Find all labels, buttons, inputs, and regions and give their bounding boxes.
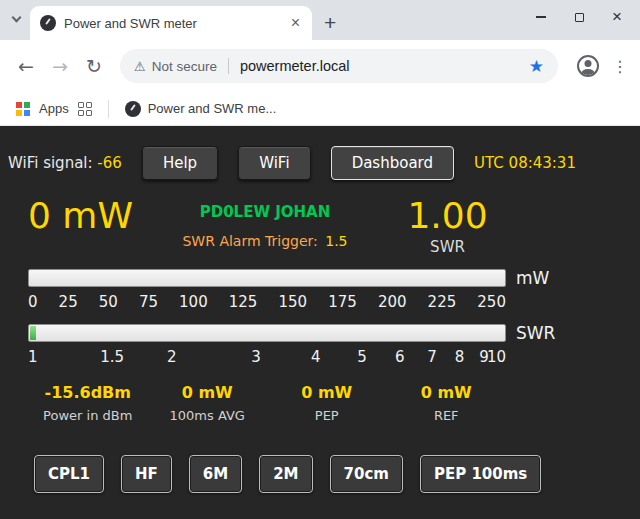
wifi-signal-label: WiFi signal:: [8, 154, 93, 172]
swr-value-large: 1.00: [365, 198, 530, 234]
forward-icon[interactable]: →: [44, 55, 76, 77]
scale-label: 175: [328, 293, 357, 311]
tab-title: Power and SWR meter: [64, 16, 281, 31]
scale-label: 1: [28, 348, 38, 366]
address-bar[interactable]: ⚠ Not secure powermeter.local ★: [120, 49, 558, 83]
help-button[interactable]: Help: [142, 146, 218, 180]
readout-label: 100ms AVG: [148, 408, 268, 423]
scale-label: 7: [427, 348, 437, 366]
menu-dots-icon[interactable]: ⋮: [610, 57, 630, 76]
security-label[interactable]: Not secure: [152, 59, 217, 74]
apps-grid-icon[interactable]: [16, 102, 30, 116]
apps-label[interactable]: Apps: [39, 101, 69, 116]
swr-meter-label: SWR: [516, 323, 555, 343]
mw-meter-label: mW: [516, 268, 549, 288]
bookmarks-divider: [108, 100, 109, 118]
swr-caption: SWR: [365, 238, 530, 256]
wifi-signal-value: -66: [97, 154, 122, 172]
main-readout-row: 0 mW PD0LEW JOHAN SWR Alarm Trigger: 1.5…: [28, 198, 640, 256]
bookmark-item[interactable]: Power and SWR me...: [125, 101, 277, 117]
omnibox-divider: [228, 58, 229, 74]
maximize-icon: [575, 13, 584, 22]
readout-label: Power in dBm: [28, 408, 148, 423]
scale-label: 100: [179, 293, 208, 311]
squares-grid-icon[interactable]: [78, 102, 92, 116]
coupler-button-pep100ms[interactable]: PEP 100ms: [420, 455, 541, 493]
scale-label: 10: [487, 348, 506, 366]
scale-label: 4: [311, 348, 321, 366]
scale-label: 200: [378, 293, 407, 311]
readout-value: 0 mW: [387, 383, 507, 402]
coupler-button-hf[interactable]: HF: [121, 455, 172, 493]
readouts-row: -15.6dBm Power in dBm 0 mW 100ms AVG 0 m…: [28, 383, 506, 423]
browser-toolbar: ← → ↻ ⚠ Not secure powermeter.local ★ ⋮: [0, 40, 640, 92]
site-favicon-icon: [40, 15, 56, 31]
minimize-button[interactable]: [522, 0, 560, 34]
callsign: PD0LEW JOHAN: [165, 203, 365, 221]
window-menu-button[interactable]: [8, 12, 24, 26]
readout-dbm: -15.6dBm Power in dBm: [28, 383, 148, 423]
scale-label: 3: [251, 348, 261, 366]
top-controls-row: WiFi signal: -66 Help WiFi Dashboard UTC…: [8, 146, 576, 180]
utc-clock: UTC 08:43:31: [474, 154, 576, 172]
window-controls: ×: [522, 0, 636, 34]
readout-pep: 0 mW PEP: [267, 383, 387, 423]
bookmarks-bar: Apps Power and SWR me...: [0, 92, 640, 126]
reload-icon[interactable]: ↻: [78, 55, 110, 77]
bookmark-star-icon[interactable]: ★: [529, 56, 544, 76]
readout-value: 0 mW: [267, 383, 387, 402]
close-button[interactable]: ×: [598, 0, 636, 34]
swr-meter: [28, 324, 506, 342]
readout-avg: 0 mW 100ms AVG: [148, 383, 268, 423]
bookmark-favicon-icon: [125, 101, 141, 117]
scale-label: 25: [59, 293, 78, 311]
scale-label: 6: [395, 348, 405, 366]
swr-meter-row: SWR: [28, 323, 640, 343]
scale-label: 250: [477, 293, 506, 311]
dashboard-button[interactable]: Dashboard: [331, 146, 454, 180]
mw-meter-row: mW: [28, 268, 640, 288]
browser-window: Power and SWR meter × + × ← → ↻ ⚠ Not se…: [0, 0, 640, 519]
profile-avatar-icon[interactable]: [577, 55, 599, 77]
power-value-large: 0 mW: [28, 198, 165, 256]
swr-alarm: SWR Alarm Trigger: 1.5: [165, 233, 365, 249]
coupler-button-2m[interactable]: 2M: [259, 455, 312, 493]
scale-label: 1.5: [100, 348, 124, 366]
swr-meter-fill: [30, 326, 36, 340]
back-icon[interactable]: ←: [10, 55, 42, 77]
scale-label: 8: [455, 348, 465, 366]
readout-value: -15.6dBm: [28, 383, 148, 402]
readout-value: 0 mW: [148, 383, 268, 402]
scale-label: 225: [428, 293, 457, 311]
coupler-button-6m[interactable]: 6M: [189, 455, 242, 493]
warning-icon: ⚠: [134, 59, 146, 74]
page-content: WiFi signal: -66 Help WiFi Dashboard UTC…: [0, 126, 640, 519]
swr-scale: 1 1.5 2 3 4 5 6 7 8 9 10: [28, 348, 506, 367]
scale-label: 150: [278, 293, 307, 311]
callsign-block: PD0LEW JOHAN SWR Alarm Trigger: 1.5: [165, 198, 365, 256]
wifi-button[interactable]: WiFi: [238, 146, 310, 180]
readout-label: REF: [387, 408, 507, 423]
scale-label: 75: [139, 293, 158, 311]
url-text[interactable]: powermeter.local: [240, 58, 529, 74]
readout-ref: 0 mW REF: [387, 383, 507, 423]
chevron-down-icon: [11, 13, 21, 23]
swr-alarm-label: SWR Alarm Trigger:: [182, 233, 317, 249]
bookmark-title: Power and SWR me...: [148, 101, 277, 116]
coupler-buttons-row: CPL1 HF 6M 2M 70cm PEP 100ms: [34, 455, 640, 493]
coupler-button-70cm[interactable]: 70cm: [330, 455, 403, 493]
minimize-icon: [536, 16, 546, 18]
wifi-signal: WiFi signal: -66: [8, 154, 122, 172]
maximize-button[interactable]: [560, 0, 598, 34]
scale-label: 5: [357, 348, 367, 366]
readout-label: PEP: [267, 408, 387, 423]
tab-close-icon[interactable]: ×: [289, 15, 302, 31]
swr-block: 1.00 SWR: [365, 198, 530, 256]
scale-label: 2: [167, 348, 177, 366]
swr-alarm-value: 1.5: [325, 233, 347, 249]
scale-label: 0: [28, 293, 38, 311]
browser-tab[interactable]: Power and SWR meter ×: [30, 6, 312, 40]
scale-label: 125: [229, 293, 258, 311]
new-tab-button[interactable]: +: [324, 12, 336, 33]
coupler-button-cpl1[interactable]: CPL1: [34, 455, 104, 493]
